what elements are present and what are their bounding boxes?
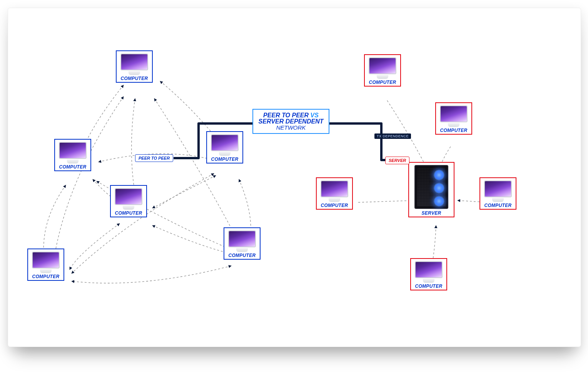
computer-node-s2: COMPUTER: [435, 102, 472, 135]
monitor-icon: [321, 180, 348, 201]
node-label: COMPUTER: [440, 128, 467, 133]
computer-node-s5: COMPUTER: [410, 258, 447, 290]
computer-node-p4: COMPUTER: [206, 131, 243, 163]
diagram-card: COMPUTER COMPUTER COMPUTER COMPUTER COMP…: [8, 8, 581, 347]
computer-node-p6: COMPUTER: [27, 249, 64, 281]
monitor-icon: [32, 252, 60, 272]
node-label: COMPUTER: [211, 157, 238, 162]
diagram-title: PEER TO PEER VS SERVER DEPENDENT NETWORK: [252, 109, 329, 134]
node-label: COMPUTER: [115, 210, 142, 216]
server-icon: [414, 165, 448, 209]
computer-node-p1: COMPUTER: [116, 50, 153, 83]
node-label: COMPUTER: [228, 253, 256, 258]
monitor-icon: [211, 134, 239, 155]
peer-to-peer-pill: PEER TO PEER: [135, 154, 173, 162]
monitor-icon: [440, 105, 468, 126]
computer-node-s4: COMPUTER: [479, 177, 516, 210]
computer-node-p5: COMPUTER: [224, 227, 261, 260]
tx-dependence-tag: TX DEPENDENCE: [374, 133, 411, 139]
title-vs: VS: [311, 112, 319, 118]
server-node: SERVER: [408, 162, 454, 217]
monitor-icon: [228, 230, 256, 251]
node-label: SERVER: [421, 210, 441, 216]
monitor-icon: [415, 261, 443, 282]
node-label: COMPUTER: [59, 164, 86, 170]
node-label: COMPUTER: [369, 80, 396, 85]
peer-edges: [43, 81, 251, 283]
monitor-icon: [484, 180, 512, 201]
computer-node-s3: COMPUTER: [316, 177, 353, 210]
node-label: COMPUTER: [321, 203, 348, 208]
server-pill: SERVER: [385, 157, 409, 164]
node-label: COMPUTER: [415, 284, 442, 289]
title-line1a: PEER TO PEER: [263, 112, 309, 118]
monitor-icon: [115, 188, 142, 209]
monitor-icon: [59, 142, 87, 163]
computer-node-p2: COMPUTER: [54, 139, 91, 171]
node-label: COMPUTER: [484, 203, 511, 208]
node-label: COMPUTER: [120, 76, 148, 81]
monitor-icon: [120, 53, 148, 74]
node-label: COMPUTER: [32, 274, 59, 279]
title-line3: NETWORK: [257, 124, 325, 131]
monitor-icon: [369, 57, 396, 78]
computer-node-p3: COMPUTER: [110, 185, 147, 217]
computer-node-s1: COMPUTER: [364, 54, 401, 87]
